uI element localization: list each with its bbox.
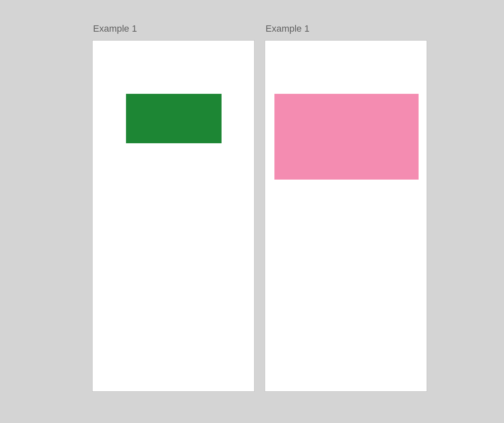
example-label-1: Example 1	[92, 23, 255, 34]
pink-rectangle	[274, 94, 419, 180]
green-rectangle	[126, 94, 222, 143]
examples-container: Example 1 Example 1	[92, 23, 504, 392]
example-label-2: Example 1	[265, 23, 427, 34]
example-column-2: Example 1	[265, 23, 427, 392]
example-panel-1	[92, 40, 255, 392]
example-panel-2	[265, 40, 427, 392]
example-column-1: Example 1	[92, 23, 255, 392]
